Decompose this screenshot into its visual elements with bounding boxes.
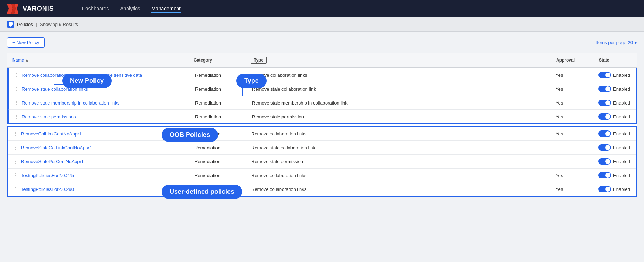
name-cell: ⋮ RemoveStaleColLinkContNoAppr1: [8, 141, 189, 154]
main-content: + New Policy Items per page 20 ▾ Name ∧ …: [0, 32, 644, 203]
category-cell: Remediation: [190, 83, 247, 95]
state-toggle[interactable]: Enabled: [598, 130, 631, 137]
user-defined-policies-group: ⋮ RemoveColLinkContNoAppr1 Remediation R…: [7, 126, 637, 197]
type-cell: Remove stale membership in collaboration…: [247, 97, 551, 109]
policy-name-link[interactable]: TestingPoliciesFor2.0.290: [21, 187, 74, 192]
th-state: State: [594, 53, 637, 67]
toggle-switch[interactable]: [598, 113, 611, 120]
name-cell: ⋮ RemoveStalePerContNoAppr1: [8, 155, 189, 168]
approval-cell: Yes: [551, 97, 593, 109]
policy-name-link[interactable]: TestingPoliciesFor2.0.275: [21, 173, 74, 178]
toggle-label: Enabled: [613, 73, 630, 78]
name-cell: ⋮ Remove stale permissions: [9, 110, 190, 123]
table-row: ⋮ Remove collaboration links that over-e…: [8, 68, 636, 82]
table-row: ⋮ Remove stale permissions Remediation R…: [8, 110, 636, 123]
nav-management[interactable]: Management: [151, 4, 181, 13]
approval-cell: Yes: [551, 183, 593, 196]
items-per-page[interactable]: Items per page 20 ▾: [596, 40, 637, 45]
logo-area: VARONIS: [7, 4, 54, 14]
policy-name-link[interactable]: RemoveStaleColLinkContNoAppr1: [21, 145, 92, 150]
sort-icon-name: ∧: [26, 58, 28, 62]
policy-name-link[interactable]: RemoveStalePerContNoAppr1: [21, 159, 84, 164]
nav-dashboards[interactable]: Dashboards: [82, 4, 109, 13]
toggle-switch[interactable]: [598, 144, 611, 151]
name-cell: ⋮ RemoveColLinkContNoAppr1: [8, 127, 189, 140]
logo-text: VARONIS: [23, 5, 54, 12]
toggle-switch[interactable]: [598, 86, 611, 92]
drag-handle-icon: ⋮: [13, 159, 18, 164]
toggle-switch[interactable]: [598, 158, 611, 165]
new-policy-button[interactable]: + New Policy: [7, 37, 45, 48]
category-cell: Remediation: [190, 69, 247, 81]
state-cell: Enabled: [593, 182, 636, 196]
toggle-label: Enabled: [613, 131, 630, 137]
type-cell: Remove stale permission: [247, 111, 551, 123]
state-cell: Enabled: [593, 155, 636, 168]
table-row: ⋮ TestingPoliciesFor2.0.290 Remediation …: [8, 182, 636, 196]
state-toggle[interactable]: Enabled: [598, 86, 631, 92]
drag-handle-icon: ⋮: [13, 131, 18, 137]
category-cell: Remediation: [189, 128, 246, 140]
breadcrumb-separator: |: [36, 22, 37, 27]
policy-name-link[interactable]: Remove collaboration links that over-exp…: [22, 73, 142, 78]
th-name[interactable]: Name ∧: [7, 53, 189, 67]
drag-handle-icon: ⋮: [14, 72, 19, 78]
table-row: ⋮ RemoveStaleColLinkContNoAppr1 Remediat…: [8, 141, 636, 155]
nav-items: Dashboards Analytics Management: [82, 4, 181, 13]
category-cell: Remediation: [190, 111, 247, 123]
breadcrumb-page: Policies: [17, 22, 33, 27]
state-cell: Enabled: [593, 127, 636, 140]
toggle-label: Enabled: [613, 173, 630, 178]
table-row: ⋮ Remove stale collaboration links Remed…: [8, 82, 636, 96]
state-toggle[interactable]: Enabled: [598, 113, 631, 120]
type-cell: Remove collaboration links: [246, 128, 551, 140]
table-header: Name ∧ Category Type Approval State: [7, 53, 637, 68]
th-category: Category: [189, 53, 246, 67]
state-toggle[interactable]: Enabled: [598, 100, 631, 106]
state-cell: Enabled: [593, 110, 636, 123]
toggle-switch[interactable]: [598, 172, 611, 178]
toggle-switch[interactable]: [598, 130, 611, 137]
category-cell: Remediation: [189, 169, 246, 182]
toggle-switch[interactable]: [598, 186, 611, 192]
toggle-label: Enabled: [613, 86, 630, 92]
toggle-switch[interactable]: [598, 72, 611, 78]
policy-name-link[interactable]: RemoveColLinkContNoAppr1: [21, 131, 82, 137]
state-cell: Enabled: [593, 169, 636, 182]
toggle-label: Enabled: [613, 159, 630, 164]
state-toggle[interactable]: Enabled: [598, 72, 631, 78]
state-toggle[interactable]: Enabled: [598, 172, 631, 178]
state-toggle[interactable]: Enabled: [598, 186, 631, 192]
approval-cell: Yes: [551, 128, 593, 140]
state-cell: Enabled: [593, 82, 636, 96]
drag-handle-icon: ⋮: [14, 86, 19, 92]
approval-cell: [551, 158, 593, 165]
approval-cell: Yes: [551, 69, 593, 81]
state-cell: Enabled: [593, 96, 636, 109]
table-row: ⋮ RemoveStalePerContNoAppr1 Remediation …: [8, 155, 636, 169]
top-navigation: VARONIS Dashboards Analytics Management: [0, 0, 644, 17]
th-approval: Approval: [551, 53, 594, 67]
approval-cell: Yes: [551, 111, 593, 123]
items-per-page-value: 20: [628, 40, 633, 45]
type-cell: Remove stale collaboration link: [246, 141, 551, 154]
name-cell: ⋮ TestingPoliciesFor2.0.275: [8, 169, 189, 182]
drag-handle-icon: ⋮: [13, 145, 18, 150]
policy-name-link[interactable]: Remove stale permissions: [22, 114, 76, 119]
policy-name-link[interactable]: Remove stale collaboration links: [22, 86, 88, 92]
approval-cell: [551, 144, 593, 151]
toggle-switch[interactable]: [598, 100, 611, 106]
state-toggle[interactable]: Enabled: [598, 158, 631, 165]
nav-divider: [66, 4, 66, 13]
th-type[interactable]: Type: [246, 53, 551, 67]
nav-analytics[interactable]: Analytics: [120, 4, 140, 13]
drag-handle-icon: ⋮: [13, 172, 18, 178]
oob-policies-group: ⋮ Remove collaboration links that over-e…: [7, 68, 637, 124]
name-cell: ⋮ Remove stale collaboration links: [9, 82, 190, 95]
drag-handle-icon: ⋮: [14, 100, 19, 106]
state-toggle[interactable]: Enabled: [598, 144, 631, 151]
policy-name-link[interactable]: Remove stale membership in collaboration…: [22, 100, 119, 106]
category-cell: Remediation: [189, 155, 246, 168]
th-type-label: Type: [251, 57, 267, 64]
varonis-logo-icon: [7, 4, 18, 14]
